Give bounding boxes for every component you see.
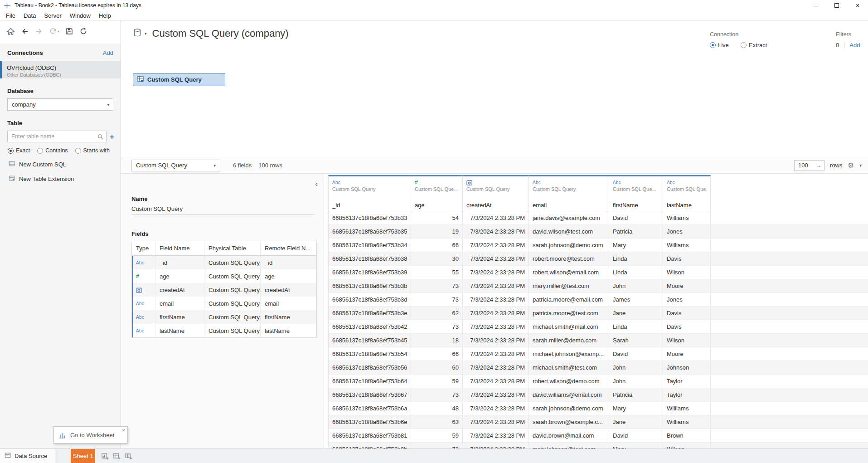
table-cell[interactable]: sarah.johnson@demo.com	[529, 402, 609, 415]
table-cell[interactable]: 66856137c18f8a68ef753b64	[328, 375, 411, 388]
table-cell[interactable]: Taylor	[663, 388, 711, 401]
table-cell[interactable]: 66856137c18f8a68ef753b67	[328, 388, 411, 401]
table-cell[interactable]: patricia.moore@email.com	[529, 293, 609, 306]
table-cell[interactable]: Williams	[663, 239, 711, 252]
table-cell[interactable]: 7/3/2024 2:33:28 PM	[463, 347, 529, 361]
table-cell[interactable]: 30	[411, 252, 463, 265]
table-cell[interactable]: 7/3/2024 2:33:28 PM	[463, 388, 529, 401]
table-cell[interactable]: Moore	[663, 347, 711, 361]
table-selector-dropdown[interactable]: Custom SQL Query ▾	[131, 160, 220, 171]
table-cell[interactable]: 63	[411, 415, 463, 429]
table-cell[interactable]: Davis	[663, 320, 711, 333]
table-cell[interactable]: 7/3/2024 2:33:28 PM	[463, 293, 529, 306]
table-cell[interactable]: David	[609, 429, 663, 442]
table-cell[interactable]: 66856137c18f8a68ef753b6e	[328, 415, 411, 429]
table-cell[interactable]: michael.smith@mail.com	[529, 320, 609, 333]
refresh-button[interactable]	[79, 27, 87, 35]
tab-sheet1[interactable]: Sheet 1	[71, 449, 95, 463]
table-cell[interactable]: 66856137c18f8a68ef753b6a	[328, 402, 411, 415]
table-cell[interactable]: David	[609, 347, 663, 361]
table-cell[interactable]: 7/3/2024 2:33:28 PM	[463, 320, 529, 333]
field-cell[interactable]: Custom SQL Query	[204, 269, 261, 283]
table-cell[interactable]: Brown	[663, 429, 711, 442]
table-cell[interactable]: patricia.moore@test.com	[529, 307, 609, 320]
table-row[interactable]: 66856137c18f8a68ef753b33547/3/2024 2:33:…	[328, 211, 868, 225]
table-cell[interactable]: 7/3/2024 2:33:28 PM	[463, 402, 529, 415]
table-row[interactable]: 66856137c18f8a68ef753b54667/3/2024 2:33:…	[328, 347, 868, 361]
close-icon[interactable]: ×	[122, 427, 125, 434]
table-cell[interactable]: Jane	[609, 307, 663, 320]
table-cell[interactable]: 66856137c18f8a68ef753b54	[328, 347, 411, 361]
field-cell[interactable]: lastName	[155, 324, 204, 337]
menu-server[interactable]: Server	[40, 11, 65, 20]
table-cell[interactable]: 7/3/2024 2:33:28 PM	[463, 334, 529, 347]
field-row[interactable]: AbcemailCustom SQL Queryemail	[132, 297, 316, 310]
new-dashboard-button[interactable]	[113, 452, 121, 460]
table-row[interactable]: 66856137c18f8a68ef753b3b737/3/2024 2:33:…	[328, 279, 868, 293]
table-cell[interactable]: 66856137c18f8a68ef753b42	[328, 320, 411, 333]
table-cell[interactable]: Linda	[609, 266, 663, 279]
go-to-worksheet-hint[interactable]: Go to Worksheet ×	[53, 426, 128, 444]
field-cell[interactable]: _id	[155, 256, 204, 269]
table-cell[interactable]: Mary	[609, 239, 663, 252]
match-contains-radio[interactable]: Contains	[37, 147, 68, 154]
back-button[interactable]	[21, 27, 29, 35]
table-cell[interactable]: 7/3/2024 2:33:28 PM	[463, 266, 529, 279]
datetime-type-icon[interactable]	[132, 283, 155, 297]
connection-item[interactable]: OVHcloud (ODBC) Other Databases (ODBC)	[0, 61, 121, 78]
text-type-icon[interactable]: Abc	[132, 256, 155, 269]
table-cell[interactable]: 66856137c18f8a68ef753b56	[328, 361, 411, 374]
save-button[interactable]	[65, 27, 73, 35]
table-cell[interactable]: Jane	[609, 415, 663, 429]
column-header-remote-field[interactable]: Remote Field N...	[261, 241, 316, 255]
table-cell[interactable]: michael.smith@test.com	[529, 361, 609, 374]
table-row[interactable]: 66856137c18f8a68ef753b39557/3/2024 2:33:…	[328, 266, 868, 279]
table-cell[interactable]: Johnson	[663, 361, 711, 374]
column-header-lastName[interactable]: AbcCustom SQL Que...lastName	[663, 175, 711, 211]
field-row[interactable]: #ageCustom SQL Queryage	[132, 269, 316, 283]
field-cell[interactable]: Custom SQL Query	[204, 256, 261, 269]
table-cell[interactable]: Linda	[609, 252, 663, 265]
add-table-button[interactable]: +	[110, 133, 114, 141]
table-search-input[interactable]	[8, 131, 106, 142]
close-button[interactable]: ×	[847, 0, 868, 11]
table-cell[interactable]: 7/3/2024 2:33:28 PM	[463, 252, 529, 265]
column-header-type[interactable]: Type	[132, 241, 155, 255]
table-cell[interactable]: 19	[411, 225, 463, 238]
row-limit-input[interactable]	[795, 162, 812, 169]
field-row[interactable]: AbcfirstNameCustom SQL QueryfirstName	[132, 310, 316, 324]
table-cell[interactable]: 59	[411, 429, 463, 442]
gear-icon[interactable]: ⚙	[848, 161, 854, 170]
table-cell[interactable]: 66856137c18f8a68ef753b34	[328, 239, 411, 252]
table-cell[interactable]: 62	[411, 307, 463, 320]
table-row[interactable]: 66856137c18f8a68ef753b42737/3/2024 2:33:…	[328, 320, 868, 334]
table-cell[interactable]: John	[609, 279, 663, 292]
table-row[interactable]: 66856137c18f8a68ef753b64597/3/2024 2:33:…	[328, 375, 868, 388]
table-cell[interactable]: mary.johnson@test.com	[529, 443, 609, 448]
add-connection-link[interactable]: Add	[103, 49, 113, 56]
table-cell[interactable]: Jones	[663, 293, 711, 306]
table-cell[interactable]: Wilson	[663, 334, 711, 347]
table-cell[interactable]: 7/3/2024 2:33:28 PM	[463, 307, 529, 320]
column-header-age[interactable]: #Custom SQL Que...age	[411, 175, 463, 211]
column-header-createdAt[interactable]: Custom SQL QuerycreatedAt	[463, 175, 529, 211]
table-cell[interactable]: 66856137c18f8a68ef753b45	[328, 334, 411, 347]
chevron-down-icon[interactable]: ▾	[145, 31, 147, 36]
table-cell[interactable]: 7/3/2024 2:33:28 PM	[463, 239, 529, 252]
custom-sql-table-card[interactable]: Custom SQL Query	[133, 73, 225, 86]
table-cell[interactable]: Patricia	[609, 388, 663, 401]
field-row[interactable]: AbclastNameCustom SQL QuerylastName	[132, 324, 316, 337]
table-cell[interactable]: Davis	[663, 307, 711, 320]
table-cell[interactable]: 48	[411, 402, 463, 415]
table-cell[interactable]: robert.moore@test.com	[529, 252, 609, 265]
table-cell[interactable]: 73	[411, 320, 463, 333]
field-cell[interactable]: _id	[261, 256, 316, 269]
table-cell[interactable]: david.brown@mail.com	[529, 429, 609, 442]
text-type-icon[interactable]: Abc	[132, 310, 155, 324]
table-cell[interactable]: 66856137c18f8a68ef753b3d	[328, 293, 411, 306]
field-row[interactable]: Abc_idCustom SQL Query_id	[132, 256, 316, 269]
table-row[interactable]: 66856137c18f8a68ef753b6e637/3/2024 2:33:…	[328, 415, 868, 429]
menu-window[interactable]: Window	[66, 11, 95, 20]
database-select[interactable]: company ▾	[7, 98, 113, 111]
live-radio[interactable]: Live	[710, 42, 729, 49]
